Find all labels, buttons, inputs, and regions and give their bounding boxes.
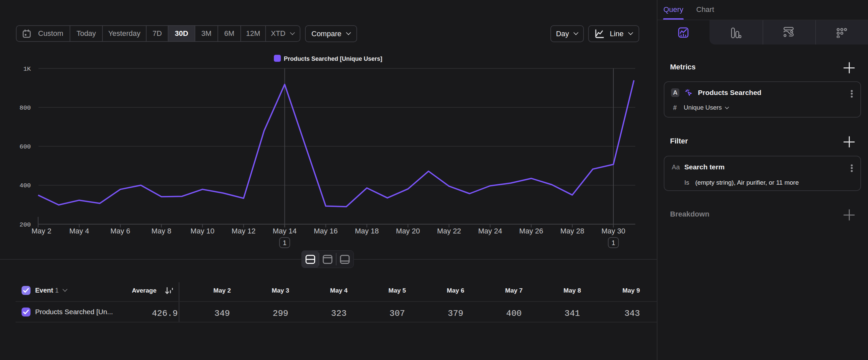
svg-text:May 18: May 18 [355,227,379,235]
svg-text:1: 1 [611,239,615,246]
svg-text:800: 800 [20,104,31,112]
svg-text:May 28: May 28 [560,227,584,235]
svg-text:May 14: May 14 [273,227,297,235]
svg-text:600: 600 [20,143,31,150]
svg-text:May 12: May 12 [232,227,256,235]
svg-text:1K: 1K [23,65,31,73]
svg-text:May 20: May 20 [396,227,420,235]
svg-text:May 30: May 30 [601,227,625,235]
svg-text:May 10: May 10 [191,227,215,235]
svg-text:1: 1 [283,239,286,246]
svg-text:May 4: May 4 [69,227,89,235]
svg-text:400: 400 [20,182,31,189]
svg-text:May 26: May 26 [519,227,543,235]
svg-text:May 24: May 24 [478,227,502,235]
svg-text:May 8: May 8 [152,227,172,235]
svg-text:Products Searched [Unique User: Products Searched [Unique Users] [284,55,382,62]
svg-text:May 22: May 22 [437,227,461,235]
svg-text:May 2: May 2 [31,227,52,235]
svg-text:May 6: May 6 [111,227,130,235]
svg-text:200: 200 [20,221,31,228]
svg-text:May 16: May 16 [314,227,338,235]
